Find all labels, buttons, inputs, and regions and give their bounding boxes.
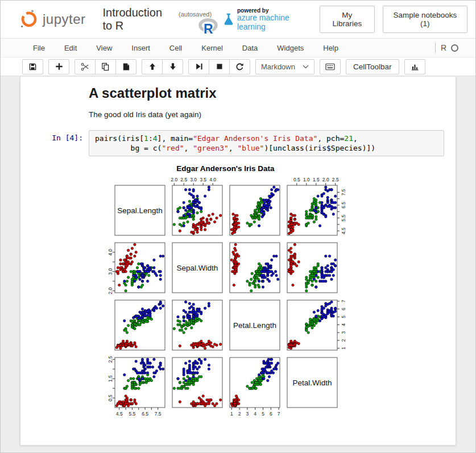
bar-chart-icon (411, 63, 419, 71)
svg-text:4.0: 4.0 (209, 177, 216, 182)
svg-text:1: 1 (341, 347, 346, 350)
run-cell-button[interactable] (188, 59, 209, 74)
svg-text:3: 3 (246, 411, 249, 417)
svg-text:2.0: 2.0 (322, 177, 329, 182)
scissors-icon (81, 63, 89, 71)
pairs-plot: Edgar Anderson's Iris Data Sepal.Length2… (101, 164, 350, 420)
chart-button[interactable] (404, 59, 425, 74)
svg-text:6.5: 6.5 (142, 411, 148, 417)
svg-text:Sepal.Length: Sepal.Length (117, 206, 163, 215)
menubar-items: FileEditViewInsertCellKernelDataWidgetsH… (33, 44, 435, 52)
header: jupyter Introduction to R (autosaved) po… (1, 1, 475, 38)
svg-text:4.5: 4.5 (341, 227, 346, 234)
kernel-idle-icon (451, 44, 458, 52)
svg-text:5: 5 (341, 315, 346, 318)
svg-text:5.5: 5.5 (341, 214, 346, 221)
cell-type-value: Markdown (261, 63, 295, 71)
refresh-icon (235, 63, 244, 71)
kernel-indicator: R (435, 43, 458, 53)
arrow-up-icon (148, 63, 156, 70)
svg-text:5.5: 5.5 (129, 411, 136, 417)
menubar: FileEditViewInsertCellKernelDataWidgetsH… (1, 38, 475, 57)
my-libraries-button[interactable]: My Libraries (320, 6, 374, 33)
jupyter-logo-text: jupyter (43, 11, 86, 27)
save-icon (28, 63, 37, 71)
menu-item-help[interactable]: Help (323, 44, 338, 52)
move-cell-up-button[interactable] (142, 59, 163, 74)
svg-text:2: 2 (341, 339, 346, 342)
app-window: jupyter Introduction to R (autosaved) po… (0, 0, 476, 453)
notebook-page-background: A scatterplot matrix The good old Iris d… (1, 76, 475, 453)
move-cell-down-button[interactable] (162, 59, 183, 74)
r-language-logo: R R (197, 18, 220, 36)
svg-text:2: 2 (238, 411, 241, 417)
markdown-cell[interactable]: A scatterplot matrix The good old Iris d… (89, 85, 438, 119)
svg-text:2.5: 2.5 (107, 356, 113, 363)
jupyter-logo[interactable]: jupyter (19, 9, 86, 30)
stop-icon (216, 63, 223, 70)
azure-branding: powered by azure machine learning (223, 7, 312, 31)
cell-output: Edgar Anderson's Iris Data Sepal.Length2… (89, 164, 456, 420)
copy-cell-button[interactable] (95, 59, 116, 74)
menu-item-view[interactable]: View (96, 44, 112, 52)
svg-text:Petal.Length: Petal.Length (233, 321, 276, 330)
svg-text:2.5: 2.5 (332, 177, 339, 182)
divider (435, 43, 436, 53)
arrow-down-icon (169, 63, 177, 70)
svg-text:3.0: 3.0 (107, 268, 113, 275)
svg-text:4.0: 4.0 (107, 249, 113, 256)
notebook-sheet: A scatterplot matrix The good old Iris d… (20, 77, 456, 446)
svg-text:2.0: 2.0 (171, 177, 177, 182)
markdown-heading: A scatterplot matrix (89, 85, 438, 101)
svg-text:7.5: 7.5 (341, 189, 346, 196)
menu-item-edit[interactable]: Edit (64, 44, 77, 52)
keyboard-icon (325, 63, 335, 70)
svg-text:6: 6 (270, 411, 272, 417)
add-cell-button[interactable] (48, 59, 69, 74)
command-palette-button[interactable] (320, 59, 341, 74)
copy-icon (101, 63, 110, 71)
svg-text:7.5: 7.5 (155, 411, 162, 417)
kernel-name: R (441, 43, 446, 52)
interrupt-kernel-button[interactable] (209, 59, 230, 74)
save-button[interactable] (22, 59, 43, 74)
menu-item-kernel[interactable]: Kernel (201, 44, 223, 52)
sample-notebooks-button[interactable]: Sample notebooks (1) (383, 6, 467, 33)
paste-icon (122, 63, 130, 71)
toolbar: Markdown CellToolbar (1, 57, 475, 76)
notebook-title[interactable]: Introduction to R (103, 6, 175, 32)
cut-cell-button[interactable] (74, 59, 96, 74)
svg-text:0.5: 0.5 (293, 177, 300, 182)
celltoolbar-button[interactable]: CellToolbar (346, 59, 399, 74)
menu-item-file[interactable]: File (33, 44, 45, 52)
svg-text:2.5: 2.5 (180, 177, 187, 182)
celltoolbar-label: CellToolbar (353, 63, 392, 71)
svg-text:3.0: 3.0 (190, 177, 197, 182)
flask-icon (223, 12, 234, 27)
paste-cell-button[interactable] (115, 59, 136, 74)
svg-text:1.0: 1.0 (303, 177, 310, 182)
autosave-status: (autosaved) (179, 11, 212, 18)
svg-text:3.5: 3.5 (200, 177, 206, 182)
svg-text:3: 3 (341, 331, 346, 334)
menu-item-widgets[interactable]: Widgets (277, 44, 304, 52)
markdown-subtitle: The good old Iris data (yet again) (89, 110, 438, 119)
svg-text:1.5: 1.5 (313, 177, 320, 182)
restart-kernel-button[interactable] (229, 59, 250, 74)
svg-text:6.5: 6.5 (341, 202, 346, 209)
code-cell[interactable]: In [4]: pairs(iris[1:4], main="Edgar And… (20, 130, 456, 156)
cell-type-dropdown[interactable]: Markdown (255, 59, 314, 74)
svg-text:1: 1 (230, 411, 233, 417)
menu-item-cell[interactable]: Cell (169, 44, 182, 52)
code-editor[interactable]: pairs(iris[1:4], main="Edgar Anderson's … (89, 130, 444, 156)
azure-ml-label[interactable]: azure machine learning (237, 14, 312, 31)
step-forward-icon (195, 63, 203, 70)
svg-text:R: R (204, 22, 213, 36)
chevron-down-icon (303, 65, 309, 69)
menu-item-data[interactable]: Data (242, 44, 258, 52)
svg-text:Sepal.Width: Sepal.Width (177, 264, 218, 272)
svg-text:Petal.Width: Petal.Width (292, 379, 332, 387)
jupyter-logo-icon (19, 9, 39, 30)
svg-text:0.5: 0.5 (107, 394, 113, 401)
menu-item-insert[interactable]: Insert (131, 44, 150, 52)
